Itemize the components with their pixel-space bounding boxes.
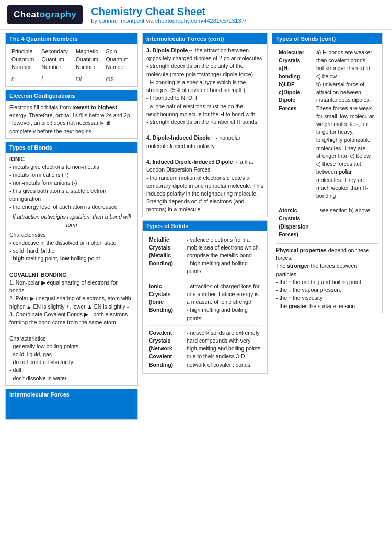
col-3: Types of Solids (cont) MolecularCrystals… (270, 33, 385, 316)
types-of-solids-cont-body: MolecularCrystalsa)H-bondingb)LDFc)Dipol… (272, 44, 382, 313)
intermolecular-forces-body (6, 400, 137, 419)
intermolecular-forces-cont-header: Intermolecular Forces (cont) (143, 33, 267, 44)
qn-col1-val: n (9, 73, 40, 84)
types-of-bonds-header: Types of Bonds (6, 142, 137, 153)
types-of-bonds-section: Types of Bonds IONIC - metals give elect… (5, 142, 138, 386)
qn-col3-h: MagneticQuantumNumber (74, 47, 104, 73)
types-of-solids-header: Types of Solids (143, 221, 267, 231)
solids-table: MetallicCrystals(MetallicBonding) - vale… (146, 234, 263, 371)
quantum-numbers-header: The 4 Quantum Numbers (6, 33, 137, 44)
qn-col3-val: ml (74, 73, 104, 84)
types-of-solids-body: MetallicCrystals(MetallicBonding) - vale… (143, 231, 267, 373)
qn-col2-h: SecondaryQuantumNumber (40, 47, 74, 73)
intermolecular-forces-section: Intermolecular Forces (5, 389, 138, 420)
types-of-solids-cont-section: Types of Solids (cont) MolecularCrystals… (272, 33, 383, 313)
logo: Cheatography (7, 5, 83, 24)
qn-col1-h: PrincipleQuantumNumber (9, 47, 40, 73)
header-text: Chemistry Cheat Sheet by corinne_montpet… (91, 6, 246, 24)
qn-col4-val: ms (103, 73, 134, 84)
types-of-solids-section: Types of Solids MetallicCrystals(Metalli… (142, 220, 268, 374)
electron-config-body: Electrons fill orbitals from lowest to h… (6, 101, 137, 138)
quantum-numbers-body: PrincipleQuantumNumber SecondaryQuantumN… (6, 44, 137, 86)
qn-col4-h: SpinQuantumNumber (103, 47, 134, 73)
intermolecular-forces-header: Intermolecular Forces (6, 389, 137, 400)
intermolecular-forces-cont-body: 3. Dipole-Dipole→ the attraction between… (143, 44, 267, 217)
quantum-table: PrincipleQuantumNumber SecondaryQuantumN… (9, 47, 134, 84)
page-subtitle: by corinne_montpetit via cheatography.co… (91, 18, 246, 24)
main-content: The 4 Quantum Numbers PrincipleQuantumNu… (0, 30, 392, 426)
header-link[interactable]: corinne_montpetit (99, 18, 144, 24)
qn-col2-val: l (40, 73, 74, 84)
intermolecular-forces-cont-section: Intermolecular Forces (cont) 3. Dipole-D… (142, 33, 268, 217)
header: Cheatography Chemistry Cheat Sheet by co… (0, 0, 392, 30)
solids-cont-table: MolecularCrystalsa)H-bondingb)LDFc)Dipol… (276, 47, 378, 241)
types-of-solids-cont-header: Types of Solids (cont) (272, 33, 382, 44)
types-of-bonds-body: IONIC - metals give electrons to non-met… (6, 153, 137, 385)
electron-config-section: Electron Configurations Electrons fill o… (5, 90, 138, 139)
header-url[interactable]: cheatography.com/44281/cs/13137/ (155, 18, 246, 24)
electron-config-header: Electron Configurations (6, 90, 137, 101)
col-1: The 4 Quantum Numbers PrincipleQuantumNu… (3, 33, 140, 423)
col-2: Intermolecular Forces (cont) 3. Dipole-D… (140, 33, 270, 377)
page-title: Chemistry Cheat Sheet (91, 6, 246, 18)
quantum-numbers-section: The 4 Quantum Numbers PrincipleQuantumNu… (5, 33, 138, 87)
